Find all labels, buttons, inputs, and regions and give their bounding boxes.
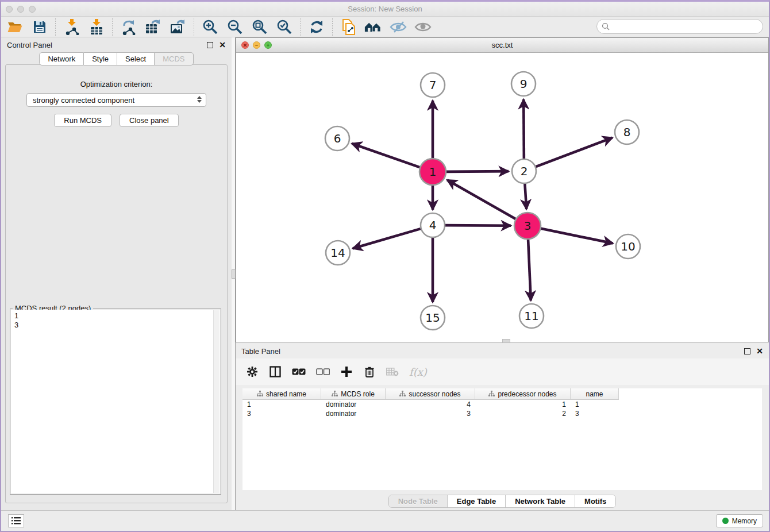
task-history-button[interactable]: [8, 514, 24, 527]
create-column-icon[interactable]: [340, 365, 353, 379]
memory-button[interactable]: Memory: [716, 514, 763, 527]
hide-selected-icon[interactable]: [389, 18, 407, 36]
table-cell[interactable]: 4: [386, 400, 475, 409]
mcds-result-list[interactable]: 1 3: [11, 310, 220, 494]
criterion-dropdown[interactable]: strongly connected component: [26, 93, 206, 107]
search-field[interactable]: [596, 19, 763, 34]
graph-edge-3-1[interactable]: [447, 180, 515, 219]
graph-edge-1-2[interactable]: [446, 171, 509, 172]
tab-mcds[interactable]: MCDS: [155, 52, 193, 65]
table-cell[interactable]: dominator: [321, 400, 386, 409]
result-scrollbar[interactable]: [213, 310, 220, 493]
open-file-icon[interactable]: [6, 18, 24, 36]
show-columns-icon[interactable]: [269, 365, 282, 379]
graph-edge-4-3[interactable]: [445, 225, 511, 226]
graph-edge-3-11[interactable]: [528, 240, 531, 300]
first-neighbors-icon[interactable]: [364, 18, 382, 36]
graph-edge-3-10[interactable]: [541, 229, 613, 244]
graph-node-label: 1: [429, 165, 437, 179]
column-header-predecessor-nodes[interactable]: predecessor nodes: [475, 388, 571, 400]
export-table-icon[interactable]: [144, 18, 162, 36]
save-session-icon[interactable]: [30, 18, 48, 36]
graph-edge-4-14[interactable]: [353, 229, 421, 248]
import-table-icon[interactable]: [87, 18, 105, 36]
tab-network[interactable]: Network: [39, 52, 84, 65]
graph-edge-1-6[interactable]: [352, 144, 419, 167]
graph-node-label: 2: [521, 164, 528, 178]
export-network-icon[interactable]: [120, 18, 137, 36]
clone-network-icon[interactable]: [340, 18, 357, 36]
network-canvas[interactable]: 7968124314101511: [236, 53, 768, 342]
deselect-all-columns-icon[interactable]: [316, 365, 330, 379]
table-cell[interactable]: 1: [475, 400, 571, 409]
tab-node-table[interactable]: Node Table: [389, 495, 448, 507]
tab-select[interactable]: Select: [117, 52, 155, 65]
graph-node-label: 8: [623, 125, 631, 139]
mcds-tab-content: Optimization criterion: strongly connect…: [5, 64, 228, 503]
zoom-out-icon[interactable]: [226, 18, 244, 36]
float-table-panel-icon[interactable]: [744, 348, 750, 354]
table-cell[interactable]: 1: [571, 400, 619, 409]
select-all-columns-icon[interactable]: [292, 365, 306, 379]
control-panel: Control Panel ✕ Network Style Select MCD…: [1, 37, 232, 510]
table-row[interactable]: 3dominator323: [242, 409, 762, 418]
toolbar-separator: [194, 18, 194, 36]
graph-edge-2-9[interactable]: [523, 99, 524, 159]
criterion-value: strongly connected component: [33, 96, 134, 105]
graph-node-label: 11: [524, 309, 538, 323]
table-cell[interactable]: dominator: [321, 409, 386, 418]
close-table-panel-icon[interactable]: ✕: [756, 347, 763, 355]
node-table[interactable]: shared nameMCDS rolesuccessor nodesprede…: [242, 388, 762, 490]
refresh-icon[interactable]: [307, 18, 325, 36]
graph-node-label: 15: [425, 311, 440, 325]
network-window-titlebar[interactable]: ✕ − + scc.txt: [236, 38, 768, 53]
close-panel-icon[interactable]: ✕: [219, 41, 226, 49]
zoom-selected-icon[interactable]: [275, 18, 293, 36]
graph-edge-2-3[interactable]: [525, 184, 526, 209]
tab-style[interactable]: Style: [84, 52, 117, 65]
attribute-type-icon: [488, 391, 495, 397]
table-cell[interactable]: 1: [242, 400, 321, 409]
column-header-successor-nodes[interactable]: successor nodes: [386, 388, 475, 400]
column-header-MCDS-role[interactable]: MCDS role: [321, 388, 386, 400]
network-graph[interactable]: 7968124314101511: [236, 53, 768, 342]
vertical-splitter[interactable]: [232, 37, 236, 510]
search-input[interactable]: [613, 22, 763, 31]
horizontal-splitter-handle[interactable]: [502, 339, 510, 343]
table-cell[interactable]: 2: [475, 409, 571, 418]
tab-motifs[interactable]: Motifs: [575, 495, 615, 507]
splitter-handle[interactable]: [232, 269, 236, 279]
table-settings-gear-icon[interactable]: [246, 365, 259, 379]
graph-node-label: 7: [429, 78, 437, 92]
table-panel: Table Panel ✕: [236, 344, 769, 510]
main-titlebar: Session: New Session: [1, 2, 769, 17]
table-header-row: shared nameMCDS rolesuccessor nodesprede…: [242, 388, 762, 400]
float-panel-icon[interactable]: [207, 42, 213, 48]
show-all-icon[interactable]: [414, 18, 432, 36]
toolbar-separator: [332, 18, 333, 36]
network-window-title: scc.txt: [236, 41, 768, 49]
tab-network-table[interactable]: Network Table: [506, 495, 575, 507]
import-network-icon[interactable]: [63, 18, 80, 36]
close-panel-button[interactable]: Close panel: [120, 114, 179, 127]
result-line: 1: [14, 311, 217, 321]
zoom-fit-icon[interactable]: [251, 18, 268, 36]
delete-column-icon[interactable]: [363, 365, 376, 379]
graph-node-label: 3: [524, 219, 532, 233]
export-image-icon[interactable]: [169, 18, 187, 36]
memory-status-icon: [722, 518, 729, 524]
table-toolbar: f(x): [236, 358, 769, 385]
tab-edge-table[interactable]: Edge Table: [448, 495, 506, 507]
column-header-shared-name[interactable]: shared name: [242, 388, 321, 400]
table-cell[interactable]: 3: [386, 409, 475, 418]
graph-edge-2-8[interactable]: [536, 138, 613, 167]
run-mcds-button[interactable]: Run MCDS: [54, 114, 111, 127]
table-cell[interactable]: 3: [571, 409, 619, 418]
table-row[interactable]: 1dominator411: [242, 400, 762, 409]
table-cell[interactable]: 3: [242, 409, 321, 418]
graph-node-label: 14: [330, 246, 345, 260]
zoom-in-icon[interactable]: [201, 18, 219, 36]
delete-table-icon: [386, 365, 399, 379]
column-header-name[interactable]: name: [571, 388, 619, 400]
toolbar-separator: [112, 18, 113, 36]
